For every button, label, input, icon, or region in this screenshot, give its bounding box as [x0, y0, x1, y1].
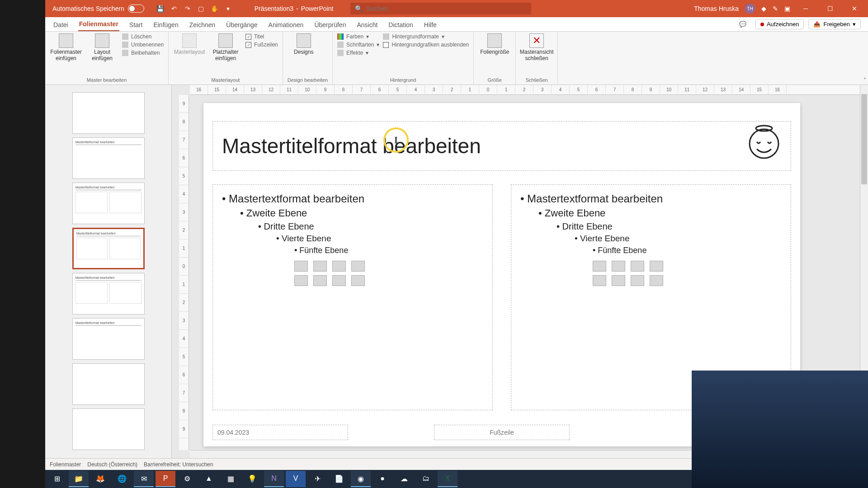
- colors-dropdown[interactable]: Farben▾: [337, 33, 379, 40]
- comments-button[interactable]: 💬: [735, 19, 751, 29]
- layout-thumb-1[interactable]: [72, 92, 145, 134]
- tab-dictation[interactable]: Dictation: [387, 19, 414, 31]
- outlook-icon[interactable]: ✉: [134, 471, 154, 487]
- insert-placeholder-button[interactable]: Platzhalter einfügen: [209, 33, 242, 61]
- tab-ansicht[interactable]: Ansicht: [356, 19, 378, 31]
- footers-checkbox[interactable]: ✓Fußzeilen: [245, 42, 278, 48]
- title-checkbox[interactable]: ✓Titel: [245, 33, 278, 40]
- tab-einfuegen[interactable]: Einfügen: [152, 19, 179, 31]
- insert-icon-icon[interactable]: [351, 275, 365, 286]
- insert-table-icon[interactable]: [593, 261, 606, 272]
- insert-3d-icon[interactable]: [351, 261, 365, 272]
- explorer-icon[interactable]: 📁: [69, 471, 89, 487]
- onenote-icon[interactable]: N: [264, 471, 284, 487]
- status-view[interactable]: Folienmaster: [50, 461, 81, 468]
- hide-bg-graphics-checkbox[interactable]: Hintergrundgrafiken ausblenden: [383, 42, 469, 48]
- insert-online-picture-icon[interactable]: [612, 275, 625, 286]
- layout-thumbnails-pane[interactable]: Mastertitelformat bearbeiten Mastertitel…: [45, 85, 172, 458]
- background-styles-dropdown[interactable]: Hintergrundformate▾: [383, 33, 469, 40]
- layout-thumb-6[interactable]: Mastertitelformat bearbeiten: [72, 318, 145, 360]
- insert-online-picture-icon[interactable]: [313, 275, 327, 286]
- window-icon[interactable]: ▣: [784, 5, 790, 12]
- effects-dropdown[interactable]: Effekte▾: [337, 50, 379, 56]
- tab-datei[interactable]: Datei: [52, 19, 69, 31]
- tab-animationen[interactable]: Animationen: [268, 19, 305, 31]
- obs-icon[interactable]: ◉: [351, 471, 371, 487]
- search-input[interactable]: [366, 5, 527, 12]
- footer-placeholder[interactable]: Fußzeile: [434, 425, 570, 440]
- insert-smartart-icon[interactable]: [631, 261, 644, 272]
- content-placeholder-left[interactable]: Mastertextformat bearbeiten Zweite Ebene…: [212, 184, 493, 410]
- redo-icon[interactable]: ↷: [183, 4, 192, 13]
- layout-thumb-2[interactable]: Mastertitelformat bearbeiten: [72, 137, 145, 179]
- autosave-toggle[interactable]: [128, 5, 144, 13]
- app-icon-6[interactable]: ☁: [394, 471, 414, 487]
- start-button[interactable]: ⊞: [47, 471, 67, 487]
- app-icon-3[interactable]: 💡: [242, 471, 262, 487]
- diamond-icon[interactable]: ◆: [761, 5, 766, 12]
- rename-button[interactable]: Umbenennen: [122, 42, 164, 48]
- present-icon[interactable]: ▢: [197, 4, 206, 13]
- app-icon-2[interactable]: ▦: [221, 471, 241, 487]
- undo-icon[interactable]: ↶: [170, 4, 179, 13]
- layout-thumb-4-selected[interactable]: Mastertitelformat bearbeiten: [72, 228, 145, 269]
- status-accessibility[interactable]: Barrierefreiheit: Untersuchen: [144, 461, 213, 468]
- insert-3d-icon[interactable]: [650, 261, 663, 272]
- layout-thumb-7[interactable]: [72, 363, 145, 405]
- share-button[interactable]: 📤Freigeben▾: [808, 19, 861, 29]
- excel-icon[interactable]: X: [438, 471, 458, 487]
- user-name[interactable]: Thomas Hruska: [694, 5, 739, 12]
- insert-video-icon[interactable]: [631, 275, 644, 286]
- minimize-button[interactable]: ─: [797, 0, 815, 17]
- touch-icon[interactable]: ✋: [210, 4, 219, 13]
- app-icon-7[interactable]: 🗂: [416, 471, 436, 487]
- tab-start[interactable]: Start: [128, 19, 144, 31]
- smiley-icon[interactable]: [746, 124, 782, 160]
- insert-icon-icon[interactable]: [650, 275, 663, 286]
- insert-chart-icon[interactable]: [313, 261, 327, 272]
- tab-folienmaster[interactable]: Folienmaster: [78, 18, 119, 31]
- save-icon[interactable]: 💾: [156, 4, 165, 13]
- layout-thumb-5[interactable]: Mastertitelformat bearbeiten: [72, 273, 145, 314]
- user-avatar[interactable]: TH: [745, 4, 755, 14]
- tab-hilfe[interactable]: Hilfe: [423, 19, 438, 31]
- tab-zeichnen[interactable]: Zeichnen: [189, 19, 217, 31]
- insert-layout-button[interactable]: Layout einfügen: [86, 33, 118, 61]
- tab-ueberpruefen[interactable]: Überprüfen: [313, 19, 347, 31]
- insert-picture-icon[interactable]: [294, 275, 308, 286]
- chrome-icon[interactable]: 🌐: [112, 471, 132, 487]
- visio-icon[interactable]: V: [286, 471, 306, 487]
- insert-table-icon[interactable]: [294, 261, 308, 272]
- title-placeholder[interactable]: Mastertitelformat bearbeiten: [212, 121, 791, 171]
- status-lang[interactable]: Deutsch (Österreich): [87, 461, 137, 468]
- insert-chart-icon[interactable]: [612, 261, 625, 272]
- search-box[interactable]: 🔍: [350, 3, 531, 14]
- telegram-icon[interactable]: ✈: [307, 471, 327, 487]
- app-icon-5[interactable]: ●: [373, 471, 392, 487]
- app-icon-4[interactable]: 📄: [329, 471, 349, 487]
- date-placeholder[interactable]: 09.04.2023: [212, 425, 348, 440]
- delete-button[interactable]: Löschen: [122, 33, 164, 40]
- tab-uebergaenge[interactable]: Übergänge: [225, 19, 258, 31]
- firefox-icon[interactable]: 🦊: [90, 471, 110, 487]
- qat-more-icon[interactable]: ▾: [224, 4, 233, 13]
- record-button[interactable]: Aufzeichnen: [755, 19, 804, 29]
- pen-icon[interactable]: ✎: [773, 5, 778, 12]
- app-icon-1[interactable]: ⚙: [177, 471, 197, 487]
- vlc-icon[interactable]: ▲: [199, 471, 219, 487]
- fonts-dropdown[interactable]: Schriftarten▾: [337, 42, 379, 48]
- insert-smartart-icon[interactable]: [332, 261, 346, 272]
- insert-picture-icon[interactable]: [593, 275, 606, 286]
- close-master-button[interactable]: ✕Masteransicht schließen: [520, 33, 553, 61]
- themes-button[interactable]: Designs: [288, 33, 320, 55]
- insert-video-icon[interactable]: [332, 275, 346, 286]
- ribbon-collapse-icon[interactable]: ˄: [863, 77, 866, 84]
- close-button[interactable]: ✕: [845, 0, 863, 17]
- slide-size-button[interactable]: Foliengröße: [478, 33, 511, 55]
- preserve-button[interactable]: Beibehalten: [122, 50, 164, 56]
- maximize-button[interactable]: ☐: [821, 0, 839, 17]
- layout-thumb-3[interactable]: Mastertitelformat bearbeiten: [72, 183, 145, 224]
- layout-thumb-8[interactable]: [72, 408, 145, 450]
- powerpoint-icon[interactable]: P: [156, 471, 175, 487]
- insert-slidemaster-button[interactable]: Folienmaster einfügen: [50, 33, 82, 61]
